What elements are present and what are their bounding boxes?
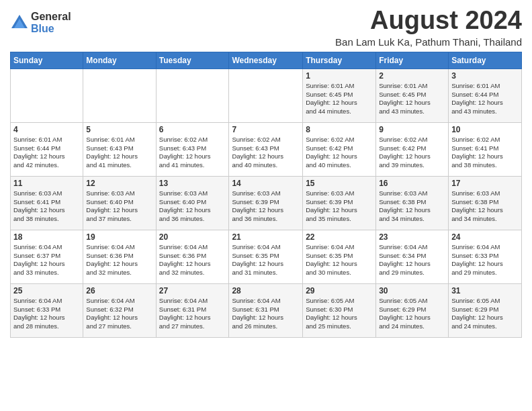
weekday-header-monday: Monday	[83, 52, 156, 68]
calendar-cell: 19Sunrise: 6:04 AMSunset: 6:36 PMDayligh…	[83, 230, 156, 283]
day-detail: Sunrise: 6:03 AMSunset: 6:40 PMDaylight:…	[159, 189, 226, 224]
day-number: 28	[232, 286, 300, 295]
logo-icon	[10, 13, 29, 32]
calendar-cell: 20Sunrise: 6:04 AMSunset: 6:36 PMDayligh…	[156, 230, 229, 283]
weekday-header-tuesday: Tuesday	[156, 52, 229, 68]
day-detail: Sunrise: 6:02 AMSunset: 6:41 PMDaylight:…	[451, 136, 519, 170]
calendar-cell: 26Sunrise: 6:04 AMSunset: 6:32 PMDayligh…	[83, 283, 156, 337]
day-detail: Sunrise: 6:01 AMSunset: 6:44 PMDaylight:…	[13, 136, 80, 170]
calendar-cell: 23Sunrise: 6:04 AMSunset: 6:34 PMDayligh…	[376, 230, 449, 283]
day-number: 22	[306, 232, 373, 242]
day-number: 12	[86, 179, 152, 188]
day-number: 23	[379, 232, 445, 242]
day-number: 20	[159, 232, 226, 242]
weekday-header-saturday: Saturday	[449, 52, 522, 68]
day-detail: Sunrise: 6:03 AMSunset: 6:40 PMDaylight:…	[86, 189, 152, 224]
calendar-cell	[83, 68, 156, 122]
calendar-cell: 12Sunrise: 6:03 AMSunset: 6:40 PMDayligh…	[83, 176, 156, 230]
day-detail: Sunrise: 6:04 AMSunset: 6:33 PMDaylight:…	[13, 297, 80, 331]
day-detail: Sunrise: 6:04 AMSunset: 6:35 PMDaylight:…	[232, 243, 300, 277]
day-detail: Sunrise: 6:03 AMSunset: 6:39 PMDaylight:…	[232, 189, 300, 224]
day-number: 9	[379, 125, 445, 134]
calendar-cell: 14Sunrise: 6:03 AMSunset: 6:39 PMDayligh…	[229, 176, 303, 230]
day-detail: Sunrise: 6:02 AMSunset: 6:42 PMDaylight:…	[306, 136, 373, 170]
calendar-cell: 8Sunrise: 6:02 AMSunset: 6:42 PMDaylight…	[303, 122, 376, 176]
calendar-cell: 9Sunrise: 6:02 AMSunset: 6:42 PMDaylight…	[376, 122, 449, 176]
day-detail: Sunrise: 6:04 AMSunset: 6:34 PMDaylight:…	[379, 243, 445, 277]
day-detail: Sunrise: 6:04 AMSunset: 6:31 PMDaylight:…	[159, 297, 226, 331]
week-row-4: 18Sunrise: 6:04 AMSunset: 6:37 PMDayligh…	[11, 230, 522, 283]
day-detail: Sunrise: 6:03 AMSunset: 6:39 PMDaylight:…	[306, 189, 373, 224]
day-detail: Sunrise: 6:01 AMSunset: 6:44 PMDaylight:…	[451, 82, 519, 116]
logo-blue: Blue	[31, 23, 71, 35]
week-row-2: 4Sunrise: 6:01 AMSunset: 6:44 PMDaylight…	[11, 122, 522, 176]
logo: General Blue	[10, 11, 71, 34]
week-row-1: 1Sunrise: 6:01 AMSunset: 6:45 PMDaylight…	[11, 68, 522, 122]
day-detail: Sunrise: 6:01 AMSunset: 6:45 PMDaylight:…	[379, 82, 445, 116]
day-number: 13	[159, 179, 226, 188]
day-number: 30	[379, 286, 445, 295]
calendar-cell	[11, 68, 83, 122]
weekday-header-thursday: Thursday	[303, 52, 376, 68]
calendar-cell: 16Sunrise: 6:03 AMSunset: 6:38 PMDayligh…	[376, 176, 449, 230]
logo-text: General Blue	[31, 11, 71, 34]
day-number: 11	[13, 179, 80, 188]
logo-general: General	[31, 11, 71, 23]
location: Ban Lam Luk Ka, Pathum Thani, Thailand	[335, 36, 522, 48]
day-detail: Sunrise: 6:05 AMSunset: 6:30 PMDaylight:…	[306, 297, 373, 331]
weekday-header-row: SundayMondayTuesdayWednesdayThursdayFrid…	[11, 52, 522, 68]
calendar-cell: 29Sunrise: 6:05 AMSunset: 6:30 PMDayligh…	[303, 283, 376, 337]
day-number: 26	[86, 286, 152, 295]
day-number: 7	[232, 125, 300, 134]
day-detail: Sunrise: 6:01 AMSunset: 6:43 PMDaylight:…	[86, 136, 152, 170]
calendar-cell: 22Sunrise: 6:04 AMSunset: 6:35 PMDayligh…	[303, 230, 376, 283]
day-number: 4	[13, 125, 80, 134]
weekday-header-sunday: Sunday	[11, 52, 83, 68]
day-number: 15	[306, 179, 373, 188]
calendar-cell: 11Sunrise: 6:03 AMSunset: 6:41 PMDayligh…	[11, 176, 83, 230]
day-detail: Sunrise: 6:03 AMSunset: 6:41 PMDaylight:…	[13, 189, 80, 224]
calendar-cell: 28Sunrise: 6:04 AMSunset: 6:31 PMDayligh…	[229, 283, 303, 337]
day-detail: Sunrise: 6:05 AMSunset: 6:29 PMDaylight:…	[379, 297, 445, 331]
calendar-cell: 1Sunrise: 6:01 AMSunset: 6:45 PMDaylight…	[303, 68, 376, 122]
day-number: 19	[86, 232, 152, 242]
calendar-cell: 2Sunrise: 6:01 AMSunset: 6:45 PMDaylight…	[376, 68, 449, 122]
day-number: 18	[13, 232, 80, 242]
calendar-cell: 30Sunrise: 6:05 AMSunset: 6:29 PMDayligh…	[376, 283, 449, 337]
day-detail: Sunrise: 6:04 AMSunset: 6:33 PMDaylight:…	[451, 243, 519, 277]
day-detail: Sunrise: 6:04 AMSunset: 6:31 PMDaylight:…	[232, 297, 300, 331]
day-number: 29	[306, 286, 373, 295]
calendar-cell: 27Sunrise: 6:04 AMSunset: 6:31 PMDayligh…	[156, 283, 229, 337]
day-detail: Sunrise: 6:01 AMSunset: 6:45 PMDaylight:…	[306, 82, 373, 116]
day-number: 14	[232, 179, 300, 188]
week-row-5: 25Sunrise: 6:04 AMSunset: 6:33 PMDayligh…	[11, 283, 522, 337]
calendar-cell: 25Sunrise: 6:04 AMSunset: 6:33 PMDayligh…	[11, 283, 83, 337]
day-number: 6	[159, 125, 226, 134]
day-detail: Sunrise: 6:04 AMSunset: 6:37 PMDaylight:…	[13, 243, 80, 277]
day-detail: Sunrise: 6:04 AMSunset: 6:36 PMDaylight:…	[86, 243, 152, 277]
day-number: 16	[379, 179, 445, 188]
calendar-cell: 15Sunrise: 6:03 AMSunset: 6:39 PMDayligh…	[303, 176, 376, 230]
calendar-cell	[229, 68, 303, 122]
page-header: General Blue August 2024 Ban Lam Luk Ka,…	[10, 7, 522, 48]
month-year: August 2024	[335, 7, 522, 35]
day-detail: Sunrise: 6:02 AMSunset: 6:43 PMDaylight:…	[159, 136, 226, 170]
day-number: 24	[451, 232, 519, 242]
calendar-cell	[156, 68, 229, 122]
calendar-cell: 17Sunrise: 6:03 AMSunset: 6:38 PMDayligh…	[449, 176, 522, 230]
calendar-cell: 3Sunrise: 6:01 AMSunset: 6:44 PMDaylight…	[449, 68, 522, 122]
day-number: 3	[451, 71, 519, 81]
day-number: 8	[306, 125, 373, 134]
day-number: 31	[451, 286, 519, 295]
day-detail: Sunrise: 6:02 AMSunset: 6:43 PMDaylight:…	[232, 136, 300, 170]
day-detail: Sunrise: 6:05 AMSunset: 6:29 PMDaylight:…	[451, 297, 519, 331]
weekday-header-friday: Friday	[376, 52, 449, 68]
day-detail: Sunrise: 6:04 AMSunset: 6:36 PMDaylight:…	[159, 243, 226, 277]
title-section: August 2024 Ban Lam Luk Ka, Pathum Thani…	[335, 7, 522, 48]
calendar-cell: 5Sunrise: 6:01 AMSunset: 6:43 PMDaylight…	[83, 122, 156, 176]
calendar-cell: 10Sunrise: 6:02 AMSunset: 6:41 PMDayligh…	[449, 122, 522, 176]
day-detail: Sunrise: 6:03 AMSunset: 6:38 PMDaylight:…	[379, 189, 445, 224]
calendar-cell: 7Sunrise: 6:02 AMSunset: 6:43 PMDaylight…	[229, 122, 303, 176]
day-number: 17	[451, 179, 519, 188]
day-number: 1	[306, 71, 373, 81]
